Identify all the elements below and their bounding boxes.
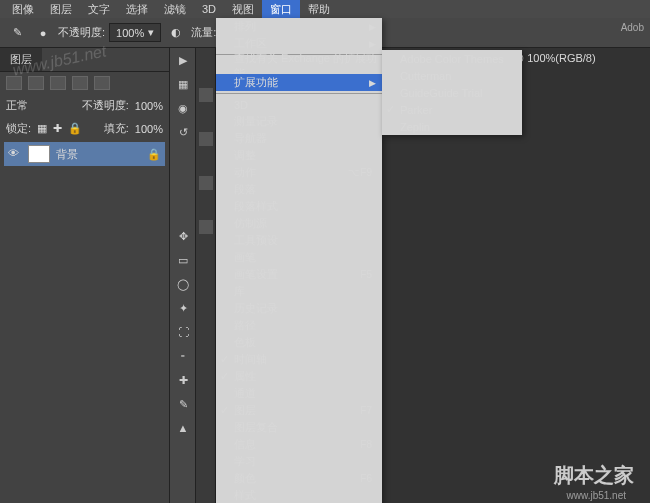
watermark-url2: www.jb51.net: [567, 490, 626, 501]
menu-item[interactable]: 仿制源: [216, 215, 382, 232]
brush-preset-icon[interactable]: ●: [32, 22, 54, 44]
blend-mode[interactable]: 正常: [6, 98, 28, 113]
visibility-eye-icon[interactable]: 👁: [8, 147, 22, 161]
tools-panel: ▶ ▦ ◉ ↺ ✥ ▭ ◯ ✦ ⛶ ⁃ ✚ ✎ ▲: [170, 48, 196, 503]
menu-item[interactable]: 学习: [216, 453, 382, 470]
menu-帮助[interactable]: 帮助: [300, 0, 338, 19]
menu-item[interactable]: ✓时间轴: [216, 351, 382, 368]
menu-item[interactable]: 工作区▶: [216, 35, 382, 52]
menu-视图[interactable]: 视图: [224, 0, 262, 19]
brush-tool-icon[interactable]: ✎: [6, 22, 28, 44]
menu-item[interactable]: 历史记录: [216, 300, 382, 317]
menu-item[interactable]: 图层复合: [216, 419, 382, 436]
menu-3D[interactable]: 3D: [194, 1, 224, 17]
submenu-item[interactable]: GuideGuide Trial: [382, 84, 522, 101]
filter-type-icon[interactable]: [50, 76, 66, 90]
chevron-right-icon: ▶: [369, 78, 376, 88]
opacity-label: 不透明度:: [58, 25, 105, 40]
submenu-item[interactable]: Cutterman: [382, 67, 522, 84]
menu-item[interactable]: 段落样式: [216, 198, 382, 215]
move-tool-icon[interactable]: ✥: [170, 224, 196, 248]
layer-row[interactable]: 👁 背景 🔒: [4, 142, 165, 166]
window-menu: 排列▶工作区▶查找有关 Exchange 的扩展功能...扩展功能▶3D测量记录…: [216, 18, 382, 503]
menu-item[interactable]: 路径: [216, 317, 382, 334]
menu-item[interactable]: 库: [216, 283, 382, 300]
menu-滤镜[interactable]: 滤镜: [156, 0, 194, 19]
menu-item[interactable]: 信息F8: [216, 436, 382, 453]
menu-item[interactable]: 工具预设: [216, 232, 382, 249]
marquee-tool-icon[interactable]: ▭: [170, 248, 196, 272]
extensions-submenu: Adobe Color ThemesCuttermanGuideGuide Tr…: [382, 50, 522, 135]
menu-item[interactable]: 动作⌥F9: [216, 164, 382, 181]
menu-item[interactable]: 段落: [216, 181, 382, 198]
watermark-brand: 脚本之家: [554, 462, 634, 489]
menu-item[interactable]: 3D: [216, 96, 382, 113]
submenu-item[interactable]: Zeplin: [382, 118, 522, 135]
filter-shape-icon[interactable]: [72, 76, 88, 90]
panel-icon[interactable]: [199, 88, 213, 102]
chevron-right-icon: ▶: [369, 39, 376, 49]
panel-icon[interactable]: [199, 176, 213, 190]
menu-item[interactable]: 画笔: [216, 249, 382, 266]
menu-图像[interactable]: 图像: [4, 0, 42, 19]
fill-value[interactable]: 100%: [135, 123, 163, 135]
submenu-item[interactable]: Adobe Color Themes: [382, 50, 522, 67]
menu-item[interactable]: 通道: [216, 385, 382, 402]
grid-icon[interactable]: ▦: [170, 72, 196, 96]
panel-opacity-value[interactable]: 100%: [135, 100, 163, 112]
filter-smart-icon[interactable]: [94, 76, 110, 90]
menu-item[interactable]: 样式: [216, 487, 382, 503]
pressure-opacity-icon[interactable]: ◐: [165, 22, 187, 44]
menu-item[interactable]: 查找有关 Exchange 的扩展功能...: [216, 57, 382, 74]
panel-opacity-label: 不透明度:: [82, 98, 129, 113]
submenu-item[interactable]: ✓Parker: [382, 101, 522, 118]
lock-all-icon[interactable]: 🔒: [68, 122, 82, 135]
lasso-tool-icon[interactable]: ◯: [170, 272, 196, 296]
menu-item[interactable]: 颜色F6: [216, 470, 382, 487]
menu-item[interactable]: 导航器: [216, 130, 382, 147]
eyedropper-tool-icon[interactable]: ⁃: [170, 344, 196, 368]
lock-pixels-icon[interactable]: ▦: [37, 122, 47, 135]
lock-label: 锁定:: [6, 121, 31, 136]
play-icon[interactable]: ▶: [170, 48, 196, 72]
menu-item[interactable]: 扩展功能▶: [216, 74, 382, 91]
menu-item[interactable]: 调整: [216, 147, 382, 164]
stamp-tool-icon[interactable]: ▲: [170, 416, 196, 440]
panel-icon[interactable]: [199, 132, 213, 146]
menu-item[interactable]: 测量记录: [216, 113, 382, 130]
fill-label: 填充:: [104, 121, 129, 136]
layers-panel: 图层 正常 不透明度: 100% 锁定: ▦ ✚ 🔒 填充: 100% 👁 背景…: [0, 48, 170, 503]
menu-item[interactable]: 画笔设置F5: [216, 266, 382, 283]
heal-tool-icon[interactable]: ✚: [170, 368, 196, 392]
flow-label: 流量:: [191, 25, 216, 40]
menu-图层[interactable]: 图层: [42, 0, 80, 19]
panel-icon[interactable]: [199, 220, 213, 234]
menu-选择[interactable]: 选择: [118, 0, 156, 19]
opacity-value[interactable]: 100%▾: [109, 23, 161, 42]
app-brand: Adob: [621, 22, 644, 33]
menu-item[interactable]: ✓属性: [216, 368, 382, 385]
layer-name: 背景: [56, 147, 78, 162]
crop-tool-icon[interactable]: ⛶: [170, 320, 196, 344]
menu-item[interactable]: 色板: [216, 334, 382, 351]
lock-icon: 🔒: [147, 148, 161, 161]
menu-文字[interactable]: 文字: [80, 0, 118, 19]
panel-tab-layers[interactable]: 图层: [0, 48, 42, 71]
menu-item[interactable]: 排列▶: [216, 18, 382, 35]
layer-thumbnail[interactable]: [28, 145, 50, 163]
menu-item[interactable]: ✓图层F7: [216, 402, 382, 419]
chevron-right-icon: ▶: [369, 22, 376, 32]
menu-窗口[interactable]: 窗口: [262, 0, 300, 19]
wand-tool-icon[interactable]: ✦: [170, 296, 196, 320]
menubar: 图像图层文字选择滤镜3D视图窗口帮助: [0, 0, 650, 18]
brush-icon[interactable]: ◉: [170, 96, 196, 120]
collapsed-panels: [196, 48, 216, 503]
filter-adjust-icon[interactable]: [28, 76, 44, 90]
brush-tool2-icon[interactable]: ✎: [170, 392, 196, 416]
lock-position-icon[interactable]: ✚: [53, 122, 62, 135]
filter-pixel-icon[interactable]: [6, 76, 22, 90]
history-icon[interactable]: ↺: [170, 120, 196, 144]
